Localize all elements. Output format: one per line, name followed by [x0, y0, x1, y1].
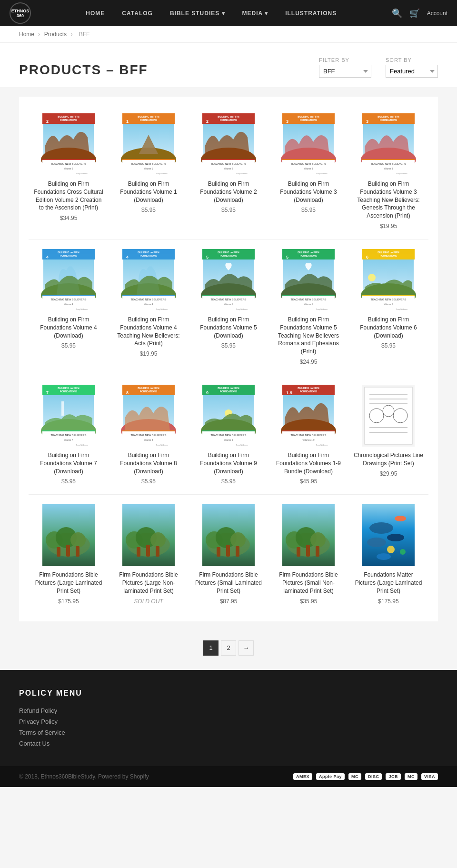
product-card[interactable]: BUILDING on FIRM FOUNDATIONS 6 — [348, 242, 428, 372]
svg-text:TEACHING NEW BELIEVERS: TEACHING NEW BELIEVERS — [51, 434, 87, 437]
payment-icons: AMEX Apple Pay MC DISC JCB MC VISA — [293, 773, 438, 780]
svg-point-235 — [387, 534, 404, 541]
svg-text:BUILDING on FIRM: BUILDING on FIRM — [58, 251, 79, 254]
svg-rect-203 — [66, 545, 70, 557]
svg-text:BUILDING on FIRM: BUILDING on FIRM — [58, 387, 79, 389]
product-card[interactable]: BUILDING on FIRM FOUNDATIONS 5 — [189, 242, 268, 372]
nav-illustrations[interactable]: ILLUSTRATIONS — [277, 10, 345, 17]
svg-text:TEACHING NEW BELIEVERS: TEACHING NEW BELIEVERS — [131, 434, 167, 437]
product-price: $35.95 — [273, 598, 344, 605]
cart-icon[interactable]: 🛒 — [409, 8, 420, 19]
product-card[interactable]: BUILDING on FIRM FOUNDATIONS 2 — [29, 106, 109, 237]
svg-text:FOUNDATIONS: FOUNDATIONS — [220, 254, 238, 257]
product-price: $87.95 — [193, 598, 264, 605]
product-name: Building on Firm Foundations Cross Cultu… — [33, 180, 104, 212]
product-card[interactable]: BUILDING on FIRM FOUNDATIONS 1 — [109, 106, 189, 237]
product-card[interactable]: BUILDING on FIRM FOUNDATIONS 4 — [109, 242, 189, 372]
svg-text:Volume 5: Volume 5 — [304, 303, 313, 306]
svg-text:TEACHING NEW BELIEVERS: TEACHING NEW BELIEVERS — [371, 162, 407, 165]
product-card[interactable]: BUILDING on FIRM FOUNDATIONS 2 — [189, 106, 268, 237]
account-link[interactable]: Account — [427, 10, 447, 17]
product-name: Building on Firm Foundations Volume 6 (D… — [353, 316, 424, 339]
product-card[interactable]: BUILDING on FIRM FOUNDATIONS 8 — [109, 378, 189, 492]
terms-service-link[interactable]: Terms of Service — [19, 729, 438, 736]
policy-menu-title: POLICY MENU — [19, 689, 438, 698]
svg-point-236 — [367, 538, 386, 547]
svg-text:TEACHING NEW BELIEVERS: TEACHING NEW BELIEVERS — [211, 162, 247, 165]
search-icon[interactable]: 🔍 — [392, 8, 402, 19]
svg-text:2: 2 — [206, 119, 209, 124]
breadcrumb-products[interactable]: Products — [44, 31, 67, 38]
pagination-next[interactable]: → — [238, 640, 254, 656]
product-card[interactable]: Firm Foundations Bible Pictures (Small L… — [189, 497, 268, 611]
jcb-icon: JCB — [386, 773, 401, 780]
svg-text:TEACHING NEW BELIEVERS: TEACHING NEW BELIEVERS — [51, 298, 87, 301]
svg-text:FOUNDATIONS: FOUNDATIONS — [220, 119, 238, 121]
svg-text:4: 4 — [126, 255, 129, 259]
svg-text:Volume 3: Volume 3 — [384, 168, 393, 170]
product-price: $175.95 — [353, 598, 424, 605]
svg-rect-222 — [236, 546, 239, 557]
product-image: BUILDING on FIRM FOUNDATIONS 7 — [33, 385, 104, 447]
product-card[interactable]: BUILDING on FIRM FOUNDATIONS 3 — [268, 106, 348, 237]
svg-text:TEACHING NEW BELIEVERS: TEACHING NEW BELIEVERS — [211, 298, 247, 301]
pagination-page-1[interactable]: 1 — [203, 640, 219, 656]
product-card[interactable]: Foundations Matter Pictures (Large Lamin… — [348, 497, 428, 611]
product-card[interactable]: Firm Foundations Bible Pictures (Large N… — [109, 497, 189, 611]
svg-text:Volume 4: Volume 4 — [144, 303, 153, 306]
products-grid: BUILDING on FIRM FOUNDATIONS 2 — [19, 97, 438, 621]
visa-icon: VISA — [421, 773, 438, 780]
product-card[interactable]: BUILDING on FIRM FOUNDATIONS 4 — [29, 242, 109, 372]
nav-catalog[interactable]: CATALOG — [113, 10, 161, 17]
product-price: $19.95 — [353, 223, 424, 229]
product-image — [113, 504, 184, 566]
svg-text:Volume 4: Volume 4 — [64, 303, 73, 306]
product-card[interactable]: BUILDING on FIRM FOUNDATIONS 3 — [348, 106, 428, 237]
product-card[interactable]: Firm Foundations Bible Pictures (Large L… — [29, 497, 109, 611]
filter-by-select[interactable]: BFF — [319, 65, 371, 78]
product-card[interactable]: BUILDING on FIRM FOUNDATIONS 9 — [189, 378, 268, 492]
product-card[interactable]: BUILDING on FIRM FOUNDATIONS 1-9 — [268, 378, 348, 492]
product-price: $5.95 — [33, 342, 104, 349]
page-header: PRODUCTS – BFF FILTER BY BFF SORT BY Fea… — [0, 43, 457, 87]
svg-text:Tony Williams: Tony Williams — [396, 308, 407, 310]
product-image — [353, 385, 424, 447]
svg-text:Tony Williams: Tony Williams — [156, 172, 168, 175]
filter-sort-controls: FILTER BY BFF SORT BY Featured — [319, 57, 438, 78]
svg-text:FOUNDATIONS: FOUNDATIONS — [140, 254, 158, 257]
product-card[interactable]: BUILDING on FIRM FOUNDATIONS 7 — [29, 378, 109, 492]
svg-text:BUILDING on FIRM: BUILDING on FIRM — [138, 115, 159, 118]
pagination-page-2[interactable]: 2 — [221, 640, 236, 656]
nav-media[interactable]: MEDIA ▾ — [234, 10, 277, 17]
svg-text:FOUNDATIONS: FOUNDATIONS — [60, 390, 78, 393]
svg-text:Tony Williams: Tony Williams — [236, 308, 248, 310]
nav-bible-studies[interactable]: BIBLE STUDIES ▾ — [161, 10, 234, 17]
product-image: BUILDING on FIRM FOUNDATIONS 2 — [33, 113, 104, 175]
product-card[interactable]: Chronological Pictures Line Drawings (Pr… — [348, 378, 428, 492]
contact-us-link[interactable]: Contact Us — [19, 740, 438, 747]
apple-pay-icon: Apple Pay — [316, 773, 345, 780]
product-card[interactable]: Firm Foundations Bible Pictures (Small N… — [268, 497, 348, 611]
svg-text:FOUNDATIONS: FOUNDATIONS — [300, 119, 318, 121]
product-name: Building on Firm Foundations Volumes 1-9… — [273, 451, 344, 475]
product-image: BUILDING on FIRM FOUNDATIONS 2 — [193, 113, 264, 175]
svg-text:FOUNDATIONS: FOUNDATIONS — [300, 254, 318, 257]
svg-text:Tony Williams: Tony Williams — [316, 172, 328, 175]
site-logo[interactable]: ETHNOS 360 — [10, 2, 31, 24]
products-section: BUILDING on FIRM FOUNDATIONS 2 — [0, 87, 457, 631]
mastercard2-icon: MC — [405, 773, 417, 780]
product-name: Chronological Pictures Line Drawings (Pr… — [353, 451, 424, 468]
svg-text:BUILDING on FIRM: BUILDING on FIRM — [378, 115, 399, 118]
product-card[interactable]: BUILDING on FIRM FOUNDATIONS 5 — [268, 242, 348, 372]
svg-text:Volume 2: Volume 2 — [64, 168, 73, 170]
sort-by-select[interactable]: Featured — [386, 65, 438, 78]
svg-text:Volume 1: Volume 1 — [144, 168, 153, 170]
svg-text:Tony Williams: Tony Williams — [396, 172, 407, 175]
refund-policy-link[interactable]: Refund Policy — [19, 707, 438, 714]
nav-home[interactable]: HOME — [77, 10, 113, 17]
breadcrumb-home[interactable]: Home — [19, 31, 34, 38]
product-price: $5.95 — [273, 207, 344, 213]
product-name: Firm Foundations Bible Pictures (Large L… — [33, 571, 104, 595]
svg-text:Tony Williams: Tony Williams — [76, 172, 88, 175]
privacy-policy-link[interactable]: Privacy Policy — [19, 718, 438, 725]
